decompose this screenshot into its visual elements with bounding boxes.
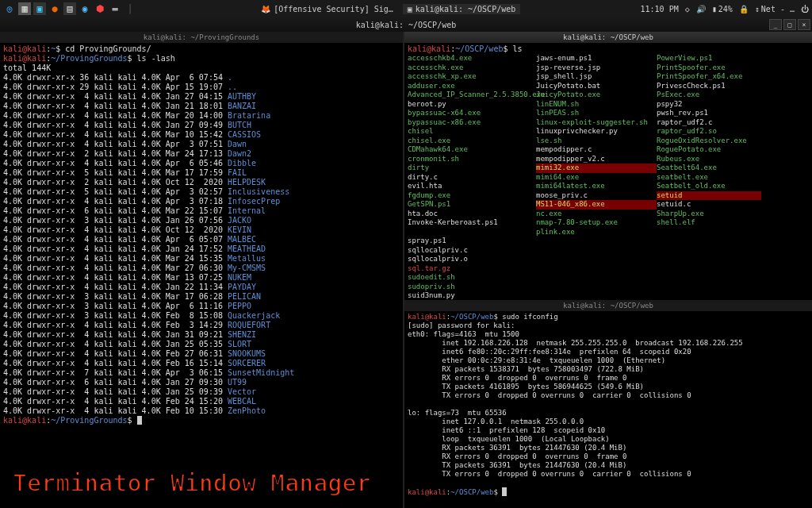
terminal-pane-right-top[interactable]: kali@kali: ~/OSCP/web kali@kali:~/OSCP/w… <box>404 32 812 300</box>
taskbar[interactable]: ◎ ▦ ▣ ● ▤ ◉ ⬢ ▬ | 🦊[Offensive Security] … <box>0 0 812 17</box>
notify-icon[interactable]: ◇ <box>685 5 690 13</box>
app-icon[interactable]: ◎ <box>3 2 16 15</box>
desktop: kali@kali: ~/OSCP/web _ □ × kali@kali: ~… <box>0 17 812 508</box>
system-tray: 11:10 PM ◇ 🔊 ▮ 24% 🔒 ↕ Net - … ⏻ <box>641 5 809 13</box>
maximize-button[interactable]: □ <box>783 19 796 30</box>
task-button-active[interactable]: ▣kali@kali: ~/OSCP/web <box>403 4 520 14</box>
pane-title[interactable]: kali@kali: ~/ProvingGrounds <box>0 32 403 43</box>
app-icon[interactable]: ⬢ <box>94 2 106 15</box>
firefox-icon: 🦊 <box>261 5 270 13</box>
app-icon[interactable]: ▬ <box>109 2 121 15</box>
battery-indicator[interactable]: ▮ 24% <box>712 5 733 13</box>
divider: | <box>124 2 136 15</box>
volume-icon[interactable]: 🔊 <box>696 5 706 13</box>
app-icon[interactable]: ▦ <box>18 2 31 15</box>
window-titlebar[interactable]: kali@kali: ~/OSCP/web _ □ × <box>0 17 812 32</box>
network-indicator[interactable]: ↕ Net - … <box>755 5 795 13</box>
app-icon[interactable]: ▤ <box>63 2 76 15</box>
pane-title[interactable]: kali@kali: ~/OSCP/web <box>404 300 812 311</box>
caption-overlay: Terminator Window Manager <box>13 469 371 497</box>
close-button[interactable]: × <box>798 19 810 30</box>
terminal-pane-right-bottom[interactable]: kali@kali: ~/OSCP/web kali@kali:~/OSCP/w… <box>404 300 812 508</box>
window-list: 🦊[Offensive Security] Sig… ▣kali@kali: ~… <box>136 4 641 14</box>
launcher-icons[interactable]: ◎ ▦ ▣ ● ▤ ◉ ⬢ ▬ | <box>3 2 136 15</box>
terminal-pane-left[interactable]: kali@kali: ~/ProvingGrounds kali@kali:~$… <box>0 32 404 508</box>
app-icon[interactable]: ● <box>48 2 61 15</box>
power-icon[interactable]: ⏻ <box>801 5 809 13</box>
task-button[interactable]: 🦊[Offensive Security] Sig… <box>256 4 398 14</box>
clock[interactable]: 11:10 PM <box>641 5 679 13</box>
minimize-button[interactable]: _ <box>769 19 782 30</box>
app-icon[interactable]: ▣ <box>33 2 46 15</box>
window-title: kali@kali: ~/OSCP/web <box>356 21 456 29</box>
app-icon[interactable]: ◉ <box>79 2 91 15</box>
pane-title[interactable]: kali@kali: ~/OSCP/web <box>404 32 812 43</box>
lock-icon[interactable]: 🔒 <box>739 5 749 13</box>
terminal-icon: ▣ <box>408 5 412 13</box>
